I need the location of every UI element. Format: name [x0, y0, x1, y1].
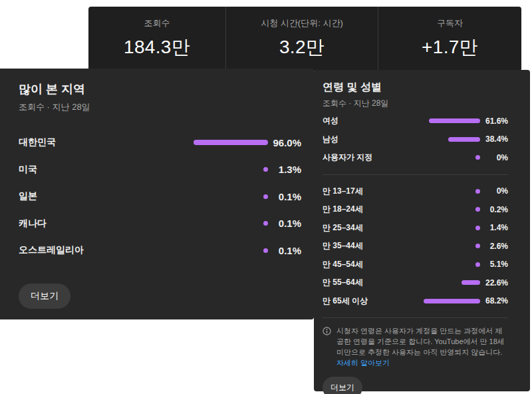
row-bar-track [397, 118, 480, 123]
row-label: 만 45–54세 [323, 259, 397, 270]
card-title: 연령 및 성별 [323, 81, 508, 94]
value-dot [475, 155, 480, 160]
table-row: 만 35–44세 2.6% [323, 237, 508, 256]
value-dot [475, 189, 480, 194]
row-label: 캐나다 [19, 218, 190, 230]
row-label: 여성 [323, 115, 397, 126]
see-more-button[interactable]: 더보기 [323, 377, 362, 394]
row-label: 만 35–44세 [323, 240, 397, 252]
table-row: 오스트레일리아 0.1% [19, 237, 301, 264]
row-value: 0.1% [268, 245, 301, 256]
age-rows: 만 13–17세 0% 만 18–24세 0.2% 만 25–34세 1.4% … [323, 182, 508, 311]
tab-subscribers[interactable]: 구독자 +1.7만 [378, 7, 521, 71]
row-bar-track [190, 194, 268, 199]
row-value: 1.3% [268, 164, 301, 175]
value-dot [263, 248, 268, 253]
table-row: 일본 0.1% [19, 183, 301, 210]
row-label: 대한민국 [19, 136, 190, 148]
gender-rows: 여성 61.6% 남성 38.4% 사용자가 지정 0% [323, 112, 508, 167]
row-label: 일본 [19, 190, 190, 202]
table-row: 만 13–17세 0% [323, 182, 508, 201]
top-geographies-card: 많이 본 지역 조회수 · 지난 28일 대한민국 96.0% 미국 1.3% … [0, 69, 314, 319]
card-subtitle: 조회수 · 지난 28일 [323, 98, 508, 109]
row-label: 만 65세 이상 [323, 296, 397, 307]
table-row: 캐나다 0.1% [19, 210, 301, 238]
row-bar-track [190, 167, 268, 172]
table-row: 만 25–34세 1.4% [323, 219, 508, 238]
value-dot [263, 194, 268, 199]
tab-subscribers-value: +1.7만 [378, 35, 521, 60]
learn-more-link[interactable]: 자세히 알아보기 [336, 359, 390, 367]
row-bar-track [397, 226, 480, 230]
table-row: 만 45–54세 5.1% [323, 256, 508, 274]
table-row: 만 65세 이상 68.2% [323, 292, 508, 311]
footnote-text-block: 시청자 연령은 사용자가 계정을 만드는 과정에서 제공한 연령을 기준으로 합… [336, 325, 508, 368]
card-subtitle: 조회수 · 지난 28일 [19, 101, 301, 113]
row-bar-track [190, 248, 268, 253]
row-value: 38.4% [480, 134, 508, 144]
tab-views[interactable]: 조회수 184.3만 [88, 7, 225, 71]
row-bar-track [397, 280, 480, 285]
row-value: 0.2% [480, 205, 508, 214]
divider [323, 317, 508, 318]
analytics-page: 조회수 184.3만 시청 시간(단위: 시간) 3.2만 구독자 +1.7만 … [0, 0, 532, 394]
row-value: 96.0% [268, 137, 301, 148]
row-bar-track [190, 221, 268, 226]
value-bar [424, 299, 480, 303]
table-row: 대한민국 96.0% [19, 129, 301, 156]
row-value: 2.6% [480, 242, 508, 251]
tab-watch-time[interactable]: 시청 시간(단위: 시간) 3.2만 [225, 7, 378, 71]
tab-watch-time-label: 시청 시간(단위: 시간) [226, 18, 378, 29]
tab-watch-time-value: 3.2만 [226, 35, 378, 60]
geo-rows: 대한민국 96.0% 미국 1.3% 일본 0.1% 캐나다 0.1% 오스트레… [19, 129, 301, 264]
age-gender-card: 연령 및 성별 조회수 · 지난 28일 여성 61.6% 남성 38.4% 사… [314, 70, 530, 391]
row-value: 22.6% [480, 278, 508, 288]
row-bar-track [397, 137, 480, 142]
row-bar-track [397, 244, 480, 248]
row-bar-track [397, 262, 480, 267]
info-icon [323, 326, 331, 368]
value-bar [462, 280, 480, 285]
row-value: 0.1% [268, 191, 301, 202]
row-label: 만 25–34세 [323, 222, 397, 234]
row-value: 1.4% [480, 223, 508, 232]
table-row: 남성 38.4% [323, 130, 508, 149]
row-label: 오스트레일리아 [19, 244, 190, 256]
table-row: 사용자가 지정 0% [323, 148, 508, 167]
row-bar-track [397, 155, 480, 160]
row-bar-track [190, 140, 268, 145]
card-title: 많이 본 지역 [19, 82, 301, 97]
row-bar-track [397, 299, 480, 303]
row-label: 만 55–64세 [323, 277, 397, 288]
tab-views-label: 조회수 [88, 18, 225, 29]
table-row: 여성 61.6% [323, 112, 508, 130]
row-value: 0.1% [268, 218, 301, 229]
row-label: 만 18–24세 [323, 204, 397, 215]
row-value: 68.2% [480, 296, 508, 305]
value-dot [475, 226, 480, 230]
row-label: 미국 [19, 164, 190, 176]
row-value: 5.1% [480, 260, 508, 269]
tab-views-value: 184.3만 [88, 35, 225, 60]
table-row: 만 55–64세 22.6% [323, 274, 508, 292]
value-dot [475, 207, 480, 212]
row-value: 61.6% [480, 116, 508, 126]
value-bar [448, 137, 480, 142]
value-dot [475, 244, 480, 248]
table-row: 만 18–24세 0.2% [323, 200, 508, 219]
value-bar [429, 118, 480, 123]
row-label: 만 13–17세 [323, 186, 397, 197]
row-value: 0% [480, 186, 508, 196]
see-more-button[interactable]: 더보기 [19, 284, 70, 309]
footnote-text: 시청자 연령은 사용자가 계정을 만드는 과정에서 제공한 연령을 기준으로 합… [336, 327, 505, 356]
age-footnote: 시청자 연령은 사용자가 계정을 만드는 과정에서 제공한 연령을 기준으로 합… [323, 325, 508, 368]
summary-metrics-bar: 조회수 184.3만 시청 시간(단위: 시간) 3.2만 구독자 +1.7만 [88, 7, 521, 71]
divider [323, 174, 508, 175]
table-row: 미국 1.3% [19, 156, 301, 184]
row-value: 0% [480, 153, 508, 162]
row-label: 남성 [323, 134, 397, 145]
row-label: 사용자가 지정 [323, 152, 397, 163]
value-dot [263, 221, 268, 226]
row-bar-track [397, 189, 480, 194]
tab-subscribers-label: 구독자 [378, 18, 521, 29]
